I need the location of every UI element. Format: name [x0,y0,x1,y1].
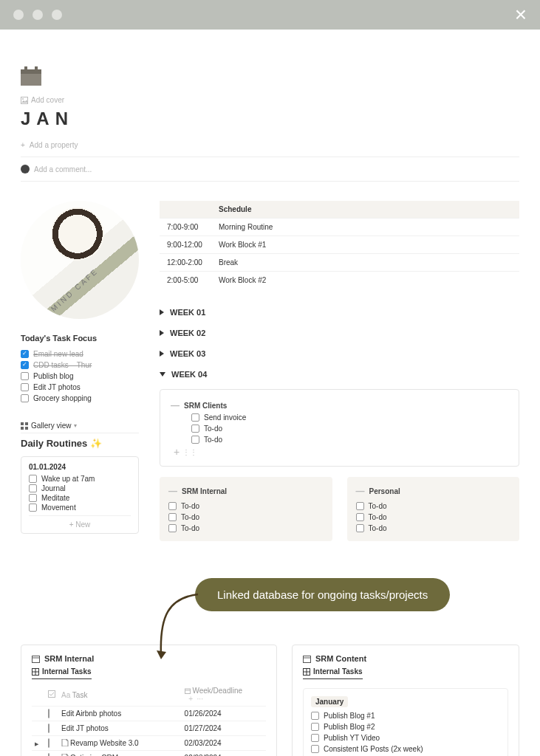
list-item[interactable]: Publish Blog #2 [311,721,500,732]
row-task-cell[interactable]: Revamp Website 3.0 [58,736,182,751]
list-item[interactable]: Publish blog [21,371,139,382]
col-task-header[interactable]: Aa Task [58,684,182,707]
checkbox-icon[interactable] [311,734,319,742]
page-title: JAN [21,109,519,129]
list-item[interactable]: To-do [191,434,508,445]
list-item[interactable]: To-do [168,523,324,534]
dot-3-icon[interactable] [52,10,62,20]
list-item[interactable]: To-do [168,501,324,512]
checkbox-icon[interactable] [48,709,49,718]
checkbox-icon[interactable] [21,350,29,358]
checkbox-icon[interactable] [21,372,29,380]
more-icon[interactable]: ⋮⋮ [182,448,197,456]
list-item[interactable]: Publish YT Video [311,732,500,743]
table-row[interactable]: 12:00-2:00Break [160,254,519,272]
week-toggle[interactable]: WEEK 01 [160,302,519,323]
checkbox-icon[interactable] [29,494,37,502]
list-item[interactable]: To-do [356,501,511,512]
checkbox-icon[interactable] [311,723,319,731]
checkbox-icon[interactable] [21,383,29,391]
row-date-cell[interactable]: 01/27/2024 [182,721,266,736]
add-property-button[interactable]: + Add a property [21,141,519,157]
srm-internal-label: SRM Internal [182,487,227,495]
internal-tasks-tab[interactable]: Internal Tasks [32,667,92,679]
add-cover-button[interactable]: Add cover [21,96,519,104]
checkbox-icon[interactable] [168,524,177,532]
checkbox-icon[interactable] [48,738,49,748]
srm-clients-heading[interactable]: — SRM Clients [171,399,508,412]
checkbox-icon[interactable] [48,724,49,733]
srm-internal-heading[interactable]: — SRM Internal [168,484,324,498]
srm-content-db-title[interactable]: SRM Content [303,654,508,663]
list-item[interactable]: Send invoice [191,412,508,423]
checkbox-icon[interactable] [29,475,37,483]
list-item[interactable]: Publish Blog #1 [311,710,500,721]
list-item[interactable]: Edit JT photos [21,382,139,393]
week-toggle[interactable]: WEEK 04 [160,364,519,385]
checkbox-icon[interactable] [21,394,29,402]
add-client-button[interactable]: + [174,447,180,457]
row-date-cell[interactable]: 01/26/2024 [182,707,266,721]
list-item[interactable]: To-do [191,423,508,434]
table-row[interactable]: Edit Airbnb photos01/26/2024 [32,707,266,721]
list-item[interactable]: Consistent IG Posts (2x week) [311,743,500,755]
list-item[interactable]: To-do [356,523,511,534]
list-item[interactable]: Journal [29,484,131,493]
table-row[interactable]: 2:00-5:00Work Block #2 [160,272,519,289]
close-icon[interactable]: × [515,3,527,27]
checkbox-icon[interactable] [29,484,37,492]
checkbox-icon[interactable] [191,425,199,433]
list-item[interactable]: To-do [356,512,511,523]
col-date-header[interactable]: Week/Deadline + ··· [182,684,266,707]
checkbox-icon[interactable] [168,513,177,521]
dot-2-icon[interactable] [33,10,43,20]
row-date-cell[interactable]: 02/03/2024 [182,751,266,757]
table-row[interactable]: ▶Optimize CRM02/03/2024 [32,751,266,757]
week-toggle[interactable]: WEEK 03 [160,343,519,364]
content-tasks-tab[interactable]: Internal Tasks [303,667,363,679]
row-toggle-cell[interactable]: ▶ [32,751,45,757]
checkbox-icon[interactable] [168,502,177,510]
table-row[interactable]: ▶Revamp Website 3.002/03/2024 [32,736,266,751]
col-check[interactable] [45,684,58,707]
list-item[interactable]: Grocery shopping [21,393,139,404]
checkbox-icon[interactable] [311,745,319,753]
list-item[interactable]: To-do [168,512,324,523]
checkbox-icon[interactable] [356,524,364,532]
list-item[interactable]: Email new lead [21,348,139,360]
checkbox-icon[interactable] [21,361,29,369]
list-item-label: Grocery shopping [33,394,92,402]
row-date-cell[interactable]: 02/03/2024 [182,736,266,751]
dot-1-icon[interactable] [13,10,24,20]
internal-tasks-table: Aa Task Week/Deadline + ··· Edit Airbnb … [32,684,266,756]
row-checkbox-cell[interactable] [45,751,58,757]
list-item[interactable]: Meditate [29,493,131,503]
table-row[interactable]: 9:00-12:00Work Block #1 [160,236,519,254]
table-row[interactable]: 7:00-9:00Morning Routine [160,219,519,236]
row-task-cell[interactable]: Edit Airbnb photos [58,707,182,721]
personal-heading[interactable]: — Personal [356,484,511,498]
checkbox-icon[interactable] [311,712,319,720]
checkbox-icon[interactable] [191,413,199,422]
gallery-view-toggle[interactable]: Gallery view ▾ [21,422,139,433]
checkbox-icon[interactable] [191,436,199,444]
routine-card[interactable]: 01.01.2024 Wake up at 7amJournalMeditate… [21,456,139,534]
row-task-cell[interactable]: Edit JT photos [58,721,182,736]
checkbox-icon[interactable] [356,513,364,521]
week-toggle[interactable]: WEEK 02 [160,323,519,343]
row-toggle-cell[interactable]: ▶ [32,736,45,751]
row-checkbox-cell[interactable] [45,721,58,736]
checkbox-icon[interactable] [29,504,37,512]
row-task-cell[interactable]: Optimize CRM [58,751,182,757]
list-item[interactable]: Movement [29,503,131,512]
list-item[interactable]: Wake up at 7am [29,474,131,484]
add-comment-input[interactable]: Add a comment... [21,157,519,182]
routine-new-button[interactable]: + New [29,515,131,530]
row-checkbox-cell[interactable] [45,736,58,751]
content-card[interactable]: January Publish Blog #1Publish Blog #2Pu… [303,688,508,756]
checkbox-icon[interactable] [356,502,364,510]
list-item[interactable]: CDD tasks – Thur [21,360,139,371]
table-row[interactable]: Edit JT photos01/27/2024 [32,721,266,736]
row-checkbox-cell[interactable] [45,707,58,721]
checkbox-icon[interactable] [48,753,49,756]
